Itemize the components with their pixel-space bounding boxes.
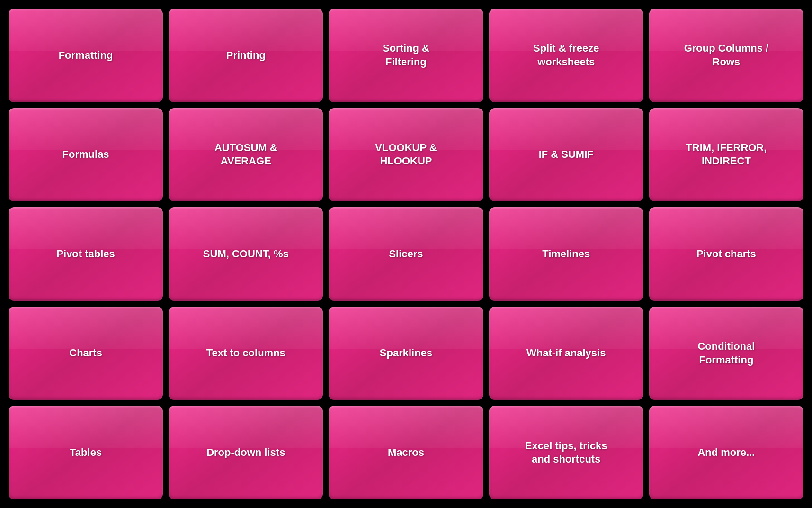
tile-label-and-more: And more...: [697, 446, 755, 460]
tile-formatting[interactable]: Formatting: [9, 9, 163, 102]
tile-tables[interactable]: Tables: [9, 406, 163, 499]
tile-label-macros: Macros: [388, 446, 424, 460]
tile-printing[interactable]: Printing: [169, 9, 323, 102]
tile-trim-iferror-indirect[interactable]: TRIM, IFERROR,INDIRECT: [649, 108, 803, 202]
topics-grid: FormattingPrintingSorting &FilteringSpli…: [5, 5, 807, 503]
tile-label-sparklines: Sparklines: [380, 346, 432, 360]
tile-conditional-formatting[interactable]: ConditionalFormatting: [649, 307, 803, 400]
tile-label-group-columns-rows: Group Columns /Rows: [684, 42, 768, 69]
tile-vlookup-hlookup[interactable]: VLOOKUP &HLOOKUP: [329, 108, 483, 202]
tile-label-timelines: Timelines: [542, 247, 590, 261]
tile-label-conditional-formatting: ConditionalFormatting: [697, 340, 755, 367]
tile-label-excel-tips: Excel tips, tricksand shortcuts: [525, 439, 607, 466]
tile-macros[interactable]: Macros: [329, 406, 483, 499]
tile-label-charts: Charts: [69, 346, 102, 360]
tile-what-if-analysis[interactable]: What-if analysis: [489, 307, 643, 400]
tile-pivot-charts[interactable]: Pivot charts: [649, 207, 803, 301]
tile-pivot-tables[interactable]: Pivot tables: [9, 207, 163, 301]
tile-label-formatting: Formatting: [59, 49, 113, 63]
tile-label-sorting-filtering: Sorting &Filtering: [383, 42, 429, 69]
tile-label-vlookup-hlookup: VLOOKUP &HLOOKUP: [375, 141, 437, 168]
tile-sorting-filtering[interactable]: Sorting &Filtering: [329, 9, 483, 102]
tile-label-printing: Printing: [226, 49, 266, 63]
tile-label-trim-iferror-indirect: TRIM, IFERROR,INDIRECT: [686, 141, 767, 168]
tile-label-text-to-columns: Text to columns: [206, 346, 286, 360]
tile-label-sum-count-percent: SUM, COUNT, %s: [203, 247, 289, 261]
tile-excel-tips[interactable]: Excel tips, tricksand shortcuts: [489, 406, 643, 499]
tile-sparklines[interactable]: Sparklines: [329, 307, 483, 400]
tile-formulas[interactable]: Formulas: [9, 108, 163, 202]
tile-group-columns-rows[interactable]: Group Columns /Rows: [649, 9, 803, 102]
tile-sum-count-percent[interactable]: SUM, COUNT, %s: [169, 207, 323, 301]
tile-autosum-average[interactable]: AUTOSUM &AVERAGE: [169, 108, 323, 202]
tile-label-dropdown-lists: Drop-down lists: [206, 446, 285, 460]
tile-label-if-sumif: IF & SUMIF: [539, 148, 594, 162]
tile-label-pivot-tables: Pivot tables: [56, 247, 115, 261]
tile-and-more[interactable]: And more...: [649, 406, 803, 499]
tile-charts[interactable]: Charts: [9, 307, 163, 400]
tile-slicers[interactable]: Slicers: [329, 207, 483, 301]
tile-split-freeze[interactable]: Split & freezeworksheets: [489, 9, 643, 102]
tile-label-split-freeze: Split & freezeworksheets: [533, 42, 599, 69]
tile-if-sumif[interactable]: IF & SUMIF: [489, 108, 643, 202]
tile-label-slicers: Slicers: [389, 247, 423, 261]
tile-timelines[interactable]: Timelines: [489, 207, 643, 301]
tile-dropdown-lists[interactable]: Drop-down lists: [169, 406, 323, 499]
tile-label-pivot-charts: Pivot charts: [696, 247, 756, 261]
tile-label-autosum-average: AUTOSUM &AVERAGE: [214, 141, 277, 168]
tile-label-formulas: Formulas: [62, 148, 109, 162]
tile-text-to-columns[interactable]: Text to columns: [169, 307, 323, 400]
tile-label-tables: Tables: [70, 446, 102, 460]
tile-label-what-if-analysis: What-if analysis: [526, 346, 606, 360]
